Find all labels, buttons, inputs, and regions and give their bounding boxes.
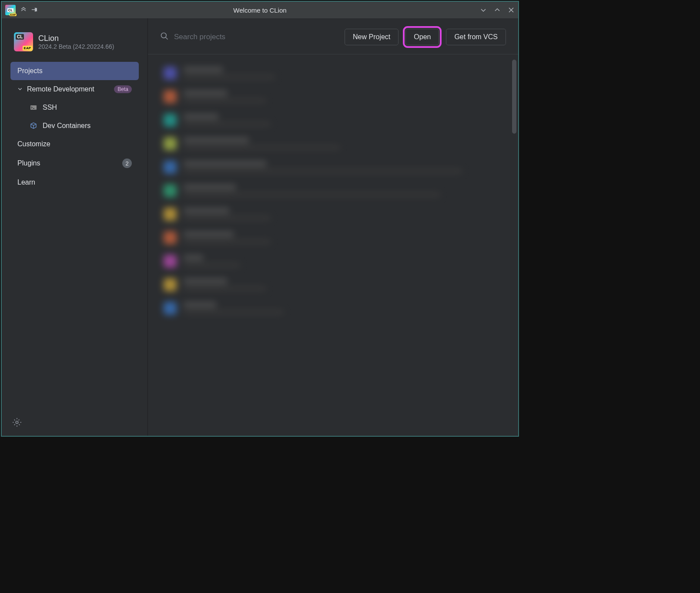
- main: New Project Open Get from VCS: [148, 18, 518, 436]
- svg-point-2: [161, 33, 167, 38]
- sidebar-item-plugins[interactable]: Plugins 2: [10, 153, 139, 173]
- project-text: [184, 184, 440, 197]
- project-title: [184, 184, 236, 190]
- project-item[interactable]: [160, 202, 513, 226]
- project-text: [184, 137, 340, 150]
- titlebar: EAP Welcome to CLion: [2, 2, 518, 18]
- project-item[interactable]: [160, 296, 513, 320]
- project-item[interactable]: [160, 273, 513, 296]
- project-text: [184, 231, 271, 244]
- get-from-vcs-button[interactable]: Get from VCS: [446, 29, 506, 45]
- project-icon: [164, 161, 177, 174]
- cube-icon: [30, 122, 37, 130]
- project-title: [184, 255, 203, 261]
- terminal-icon: [30, 104, 37, 111]
- project-title: [184, 67, 223, 73]
- project-item[interactable]: [160, 179, 513, 202]
- project-title: [184, 302, 216, 308]
- app-version: 2024.2 Beta (242.20224.66): [38, 43, 114, 50]
- sidebar-item-projects[interactable]: Projects: [10, 62, 139, 80]
- nav: Projects Remote Development Beta SSH: [2, 62, 147, 192]
- project-icon: [164, 184, 177, 197]
- chevron-up-icon[interactable]: [494, 7, 501, 13]
- sidebar-item-ssh[interactable]: SSH: [23, 98, 139, 117]
- search-icon: [160, 32, 169, 42]
- project-icon: [164, 208, 177, 221]
- app-icon-small: EAP: [5, 5, 16, 15]
- project-path: [184, 192, 440, 197]
- chevron-down-icon[interactable]: [480, 7, 487, 13]
- sidebar-label-ssh: SSH: [43, 104, 57, 111]
- sidebar-footer: [2, 411, 147, 436]
- project-text: [184, 208, 271, 221]
- project-path: [184, 168, 462, 174]
- gear-icon[interactable]: [12, 421, 22, 428]
- toolbar: New Project Open Get from VCS: [148, 18, 518, 54]
- body: CL EAP CLion 2024.2 Beta (242.20224.66) …: [2, 18, 518, 436]
- project-item[interactable]: [160, 85, 513, 108]
- search-input[interactable]: [174, 33, 338, 41]
- project-icon: [164, 302, 177, 315]
- beta-badge: Beta: [114, 85, 132, 93]
- app-name: CLion: [38, 34, 114, 43]
- window-title: Welcome to CLion: [233, 7, 286, 14]
- project-path: [184, 98, 266, 103]
- project-path: [184, 286, 266, 291]
- project-item[interactable]: [160, 249, 513, 273]
- project-text: [184, 255, 240, 268]
- app-icon: CL EAP: [14, 32, 33, 51]
- project-title: [184, 137, 249, 143]
- app-info: CLion 2024.2 Beta (242.20224.66): [38, 34, 114, 50]
- eap-badge: EAP: [10, 13, 17, 16]
- project-text: [184, 161, 462, 174]
- project-icon: [164, 67, 177, 80]
- titlebar-left: EAP: [5, 5, 38, 15]
- project-title: [184, 231, 234, 237]
- sidebar-item-learn[interactable]: Learn: [10, 173, 139, 192]
- project-item[interactable]: [160, 108, 513, 132]
- project-path: [184, 310, 284, 315]
- project-icon: [164, 137, 177, 150]
- project-path: [184, 121, 271, 127]
- project-text: [184, 302, 284, 315]
- open-button[interactable]: Open: [405, 29, 439, 45]
- project-text: [184, 114, 271, 127]
- nav-sub-remote: SSH Dev Containers: [10, 98, 139, 135]
- titlebar-right: [480, 7, 515, 13]
- svg-point-1: [16, 421, 18, 424]
- sidebar: CL EAP CLion 2024.2 Beta (242.20224.66) …: [2, 18, 148, 436]
- sidebar-label-plugins: Plugins: [17, 159, 40, 167]
- sidebar-label-projects: Projects: [17, 67, 43, 75]
- collapse-up-icon[interactable]: [20, 7, 27, 13]
- new-project-button[interactable]: New Project: [345, 29, 399, 45]
- close-icon[interactable]: [508, 7, 515, 13]
- project-item[interactable]: [160, 61, 513, 85]
- project-title: [184, 278, 227, 284]
- svg-rect-0: [30, 105, 37, 110]
- project-list[interactable]: [148, 54, 518, 436]
- project-item[interactable]: [160, 155, 513, 179]
- project-icon: [164, 90, 177, 103]
- project-item[interactable]: [160, 132, 513, 155]
- sidebar-item-dev-containers[interactable]: Dev Containers: [23, 117, 139, 135]
- project-text: [184, 90, 266, 103]
- project-icon: [164, 114, 177, 127]
- search-wrap: [160, 32, 338, 42]
- project-icon: [164, 255, 177, 268]
- project-title: [184, 161, 266, 167]
- project-text: [184, 67, 275, 80]
- sidebar-label-learn: Learn: [17, 179, 35, 186]
- project-path: [184, 145, 340, 150]
- app-header: CL EAP CLion 2024.2 Beta (242.20224.66): [2, 27, 147, 62]
- project-icon: [164, 278, 177, 291]
- sidebar-label-customize: Customize: [17, 140, 50, 148]
- project-path: [184, 216, 271, 221]
- pin-icon[interactable]: [31, 7, 38, 13]
- project-path: [184, 239, 271, 244]
- project-icon: [164, 231, 177, 244]
- project-item[interactable]: [160, 226, 513, 249]
- sidebar-item-remote[interactable]: Remote Development Beta: [10, 80, 139, 98]
- project-title: [184, 208, 229, 214]
- sidebar-item-customize[interactable]: Customize: [10, 135, 139, 153]
- project-path: [184, 263, 240, 268]
